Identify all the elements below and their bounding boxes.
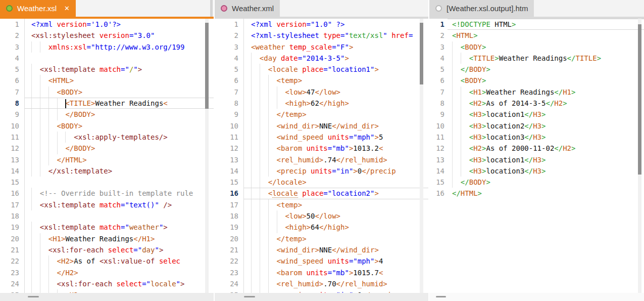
code-token bbox=[251, 133, 277, 141]
code-line[interactable] bbox=[25, 53, 214, 64]
code-line[interactable]: <wind_dir>NNE</wind_dir> bbox=[244, 120, 428, 132]
code-line[interactable]: <low>50</low> bbox=[244, 210, 428, 222]
code-line[interactable]: <?xml version="1.0" ?> bbox=[244, 19, 428, 30]
code-line[interactable]: <!DOCTYPE HTML> bbox=[448, 19, 644, 30]
pane-splitter-handle[interactable] bbox=[210, 0, 213, 17]
code-line[interactable]: <xsl:stylesheet version="3.0" bbox=[25, 30, 214, 41]
code-line[interactable]: </temp> bbox=[244, 109, 428, 120]
vertical-scrollbar[interactable] bbox=[638, 19, 641, 293]
code-line[interactable]: <H2>As of 2014-3-5</H2> bbox=[448, 98, 644, 109]
code-line[interactable]: </HTML> bbox=[448, 188, 644, 199]
code-text-area[interactable]: <?xml version="1.0" ?><?xml-stylesheet t… bbox=[244, 19, 428, 301]
code-line[interactable]: <H1>Weather Readings</H1> bbox=[448, 87, 644, 98]
code-editor[interactable]: 1234567891011121314151617181920212223242… bbox=[215, 19, 428, 301]
indent-guide bbox=[268, 199, 269, 210]
code-token bbox=[251, 269, 277, 277]
vertical-scrollbar[interactable] bbox=[205, 19, 209, 293]
code-line[interactable]: <precip units="in">0</precip bbox=[244, 165, 428, 177]
code-line[interactable]: <xsl:apply-templates/> bbox=[25, 132, 214, 143]
horizontal-scrollbar[interactable] bbox=[0, 293, 214, 301]
code-line[interactable]: </BODY> bbox=[25, 143, 214, 154]
code-line[interactable]: <xsl:template match="text()" /> bbox=[25, 199, 214, 210]
code-line[interactable]: <TITLE>Weather Readings< bbox=[25, 98, 214, 109]
indent-guide bbox=[31, 132, 32, 143]
code-editor[interactable]: 1234567891011121314151617181920212223242… bbox=[0, 19, 214, 301]
code-line[interactable]: <day date="2014-3-5"> bbox=[244, 53, 428, 64]
code-line[interactable]: </temp> bbox=[244, 233, 428, 244]
code-line[interactable]: <temp> bbox=[244, 199, 428, 210]
code-token: <xsl:template bbox=[40, 201, 100, 209]
code-line[interactable]: <TITLE>Weather Readings</TITLE> bbox=[448, 53, 644, 64]
code-line[interactable]: <H3>location1</H3> bbox=[448, 109, 644, 120]
code-line[interactable]: <H2>As of 2000-11-02</H2> bbox=[448, 143, 644, 154]
code-line[interactable]: <barom units="mb">1015.7< bbox=[244, 267, 428, 278]
code-line[interactable]: <BODY> bbox=[25, 120, 214, 132]
code-line[interactable]: <xsl:template match="/"> bbox=[25, 64, 214, 75]
code-token: > bbox=[486, 65, 490, 73]
code-line[interactable]: <H3>location2</H3> bbox=[448, 120, 644, 132]
code-line[interactable]: <BODY> bbox=[448, 41, 644, 53]
indent-guide bbox=[251, 233, 252, 244]
code-editor[interactable]: 12345678910111213141516 <!DOCTYPE HTML><… bbox=[429, 19, 644, 301]
code-line[interactable]: </BODY> bbox=[25, 109, 214, 120]
code-line[interactable]: <xsl:for-each select="locale"> bbox=[25, 278, 214, 289]
code-line[interactable]: </H2> bbox=[25, 267, 214, 278]
tab-weather-xml[interactable]: Weather.xml bbox=[215, 0, 280, 17]
code-line[interactable]: </HTML> bbox=[25, 154, 214, 165]
code-line[interactable]: <HTML> bbox=[448, 30, 644, 41]
code-text-area[interactable]: <!DOCTYPE HTML><HTML> <BODY> <TITLE>Weat… bbox=[448, 19, 644, 301]
code-line[interactable]: <wind_speed units="mph">4 bbox=[244, 255, 428, 267]
indent-guide bbox=[31, 255, 32, 267]
code-line[interactable]: <high>62</high> bbox=[244, 98, 428, 109]
code-line[interactable]: <?xml version='1.0'?> bbox=[25, 19, 214, 30]
code-line[interactable]: <HTML> bbox=[25, 75, 214, 86]
code-line[interactable] bbox=[25, 177, 214, 188]
code-line[interactable]: </BODY> bbox=[448, 64, 644, 75]
code-line[interactable]: </locale> bbox=[244, 177, 428, 188]
code-line[interactable]: <H3>location3</H3> bbox=[448, 132, 644, 143]
tab-output-htm[interactable]: [Weather.xsl.output].htm bbox=[429, 0, 534, 17]
code-line[interactable]: <BODY> bbox=[25, 87, 214, 98]
indent-guide bbox=[268, 132, 269, 143]
code-line[interactable]: <high>64</high> bbox=[244, 222, 428, 233]
code-line[interactable]: <weather temp_scale="F"> bbox=[244, 41, 428, 53]
code-line[interactable]: <rel_humid>.74</rel_humid> bbox=[244, 154, 428, 165]
code-line[interactable]: <wind_speed units="mph">5 bbox=[244, 132, 428, 143]
indent-guide bbox=[452, 165, 453, 177]
code-line[interactable]: <temp> bbox=[244, 75, 428, 86]
horizontal-scrollbar[interactable] bbox=[429, 293, 644, 301]
tab-weather-xsl[interactable]: Weather.xsl ✕ bbox=[0, 0, 76, 17]
code-line[interactable]: xmlns:xsl="http://www.w3.org/199 bbox=[25, 41, 214, 53]
code-line[interactable]: <BODY> bbox=[448, 75, 644, 86]
code-line[interactable]: <?xml-stylesheet type="text/xsl" href= bbox=[244, 30, 428, 41]
code-line[interactable]: <barom units="mb">1013.2< bbox=[244, 143, 428, 154]
code-line[interactable]: <!-- Override built-in template rule bbox=[25, 188, 214, 199]
code-line[interactable] bbox=[25, 210, 214, 222]
code-line[interactable]: </xsl:template> bbox=[25, 165, 214, 177]
indent-guide bbox=[31, 87, 32, 98]
vertical-scrollbar[interactable] bbox=[420, 19, 423, 293]
vertical-scrollbar-thumb[interactable] bbox=[420, 23, 423, 84]
code-line[interactable]: <xsl:for-each select="day"> bbox=[25, 244, 214, 255]
code-line[interactable]: <H3>location3</H3> bbox=[448, 165, 644, 177]
code-text-area[interactable]: <?xml version='1.0'?><xsl:stylesheet ver… bbox=[25, 19, 214, 301]
code-line[interactable]: <wind_dir>NNE</wind_dir> bbox=[244, 244, 428, 255]
code-line[interactable]: <locale place="location2"> bbox=[244, 188, 428, 199]
horizontal-scrollbar-thumb[interactable] bbox=[436, 296, 446, 297]
code-line[interactable]: <rel_humid>.70</rel_humid> bbox=[244, 278, 428, 289]
horizontal-scrollbar-thumb[interactable] bbox=[28, 296, 39, 297]
line-number-gutter: 12345678910111213141516 bbox=[429, 19, 448, 301]
horizontal-scrollbar-thumb[interactable] bbox=[244, 296, 255, 297]
code-line[interactable]: <H1>Weather Readings</H1> bbox=[25, 233, 214, 244]
close-tab-icon[interactable]: ✕ bbox=[64, 5, 70, 12]
code-line[interactable]: <H3>location1</H3> bbox=[448, 154, 644, 165]
horizontal-scrollbar[interactable] bbox=[215, 293, 428, 301]
code-line[interactable]: <low>47</low> bbox=[244, 87, 428, 98]
code-token: <wind_dir> bbox=[277, 246, 319, 254]
code-line[interactable]: <locale place="location1"> bbox=[244, 64, 428, 75]
vertical-scrollbar-thumb[interactable] bbox=[638, 24, 641, 175]
code-line[interactable]: <H2>As of <xsl:value-of selec bbox=[25, 255, 214, 267]
vertical-scrollbar-thumb[interactable] bbox=[205, 23, 209, 109]
code-line[interactable]: <xsl:template match="weather"> bbox=[25, 222, 214, 233]
code-line[interactable]: </BODY> bbox=[448, 177, 644, 188]
